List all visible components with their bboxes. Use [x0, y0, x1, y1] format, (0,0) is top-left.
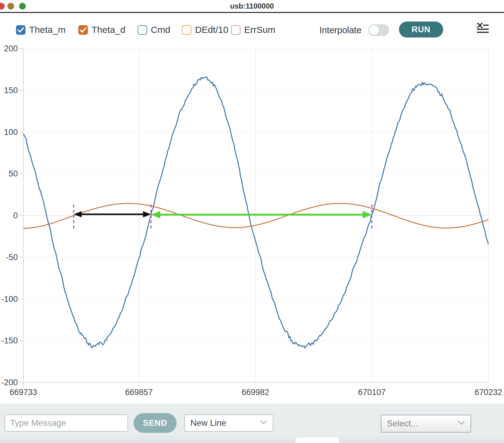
phase-lag-arrow-head-left — [74, 211, 82, 217]
period-arrow-head-right — [363, 211, 372, 218]
chevron-down-icon — [260, 420, 267, 426]
legend-item-cmd[interactable]: Cmd — [138, 25, 170, 35]
checkbox-dedt/10[interactable] — [182, 25, 191, 35]
y-tick-label: -50 — [6, 253, 18, 262]
series-theta_d-line — [23, 204, 488, 228]
line-ending-value: New Line — [190, 418, 226, 428]
window-title: usb:1100000 — [0, 2, 504, 10]
legend-item-theta_d[interactable]: Theta_d — [78, 25, 125, 35]
legend-label: ErrSum — [244, 25, 275, 35]
legend-item-errsum[interactable]: ErrSum — [231, 25, 275, 35]
y-tick-label: 0 — [13, 211, 18, 220]
chevron-down-icon — [458, 421, 465, 427]
legend-label: Cmd — [151, 25, 170, 35]
port-select-value: Select... — [387, 419, 418, 429]
port-select[interactable]: Select... — [381, 415, 471, 433]
x-tick-label: 669733 — [10, 388, 37, 397]
interpolate-toggle[interactable] — [368, 24, 389, 36]
y-tick-label: -200 — [1, 378, 18, 387]
y-tick-label: -150 — [1, 336, 18, 345]
chart: 200150100500-50-100-150-2006697336698576… — [0, 0, 504, 404]
x-tick-label: 669982 — [241, 388, 269, 397]
phase-lag-arrow-head-right — [143, 211, 151, 217]
x-tick-label: 670107 — [358, 388, 386, 397]
send-button[interactable]: SEND — [134, 413, 177, 433]
legend-item-dedt/10[interactable]: DEdt/10 — [182, 25, 228, 35]
checkbox-errsum[interactable] — [231, 25, 240, 35]
y-tick-label: 100 — [4, 128, 18, 137]
toggle-knob — [369, 25, 379, 35]
x-tick-label: 670232 — [475, 388, 502, 397]
footer-bar: SEND New Line Select... — [0, 404, 504, 443]
toolbar: Theta_mTheta_dCmdDEdt/10ErrSum Interpola… — [0, 13, 504, 42]
titlebar: usb:1100000 — [0, 0, 504, 13]
x-tick-label: 669857 — [125, 388, 153, 397]
checkbox-cmd[interactable] — [138, 25, 147, 35]
series-theta_m-line — [23, 77, 488, 348]
legend-item-theta_m[interactable]: Theta_m — [16, 25, 65, 35]
interpolate-label: Interpolate — [319, 25, 361, 35]
serial-plotter-window: usb:1100000 Theta_mTheta_dCmdDEdt/10ErrS… — [0, 0, 504, 443]
y-tick-label: 200 — [4, 44, 18, 53]
y-tick-label: 50 — [9, 169, 18, 178]
bottom-scroll-artifact — [295, 437, 339, 443]
legend-label: Theta_m — [29, 25, 65, 35]
run-button[interactable]: RUN — [399, 22, 443, 38]
line-ending-select[interactable]: New Line — [184, 414, 273, 432]
clear-list-icon[interactable] — [477, 22, 489, 34]
period-arrow-head-left — [151, 211, 160, 218]
legend-label: DEdt/10 — [195, 25, 228, 35]
checkbox-theta_d[interactable] — [78, 25, 88, 35]
legend-label: Theta_d — [92, 25, 125, 35]
y-tick-label: 150 — [4, 86, 18, 95]
checkbox-theta_m[interactable] — [16, 25, 25, 35]
message-input[interactable] — [5, 414, 128, 432]
y-tick-label: -100 — [1, 295, 18, 304]
